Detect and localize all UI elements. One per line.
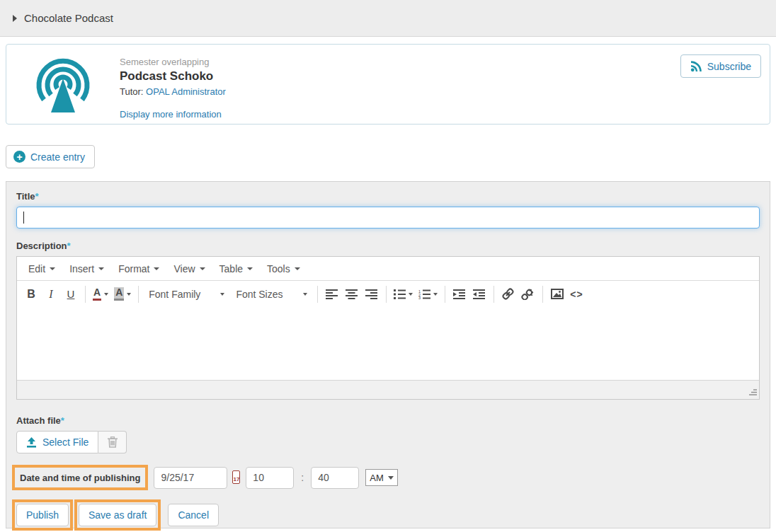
podcast-supertitle: Semester overlapping <box>120 57 226 67</box>
title-input-wrap <box>16 207 760 229</box>
menu-insert[interactable]: Insert <box>62 259 111 279</box>
publish-button-highlight: Publish <box>12 499 73 531</box>
menu-view[interactable]: View <box>166 259 212 279</box>
toolbar-separator <box>317 286 318 303</box>
upload-icon <box>26 437 37 448</box>
display-more-info-link[interactable]: Display more information <box>120 109 222 120</box>
title-input[interactable] <box>16 207 760 229</box>
attach-required-mark: * <box>61 415 64 426</box>
font-family-select[interactable]: Font Family <box>143 284 230 304</box>
background-color-button[interactable]: A <box>111 284 134 304</box>
align-left-icon <box>326 289 338 299</box>
delete-file-button[interactable] <box>98 431 127 453</box>
publish-button[interactable]: Publish <box>16 504 69 526</box>
chevron-down-icon <box>295 267 300 270</box>
breadcrumb-bar: Chocolate Podcast <box>0 0 776 37</box>
text-caret <box>23 212 24 224</box>
toolbar-separator <box>138 286 139 303</box>
text-color-button[interactable]: A <box>90 284 111 304</box>
save-as-draft-button[interactable]: Save as draft <box>79 504 157 526</box>
editor-menubar: Edit Insert Format View Table Tools <box>17 257 759 280</box>
font-sizes-select[interactable]: Font Sizes <box>230 284 312 304</box>
align-right-icon <box>365 289 377 299</box>
meridiem-select[interactable]: AM <box>365 469 398 486</box>
menu-insert-label: Insert <box>69 263 94 274</box>
align-center-button[interactable] <box>342 284 362 304</box>
publish-datetime-row: Date and time of publishing 17 : AM <box>16 465 760 490</box>
insert-image-button[interactable] <box>547 284 567 304</box>
chevron-down-icon <box>200 267 205 270</box>
description-field-label: Description* <box>16 241 760 251</box>
menu-edit[interactable]: Edit <box>21 259 62 279</box>
trash-icon <box>108 436 118 448</box>
chevron-down-icon <box>303 293 307 296</box>
podcast-icon-wrap <box>6 45 120 124</box>
tutor-label: Tutor: <box>120 86 143 97</box>
chevron-down-icon <box>98 267 104 270</box>
calendar-picker-button[interactable]: 17 <box>232 471 240 484</box>
collapse-triangle-icon[interactable] <box>13 15 17 22</box>
broadcast-icon <box>32 53 94 115</box>
font-sizes-label: Font Sizes <box>236 289 283 300</box>
menu-tools[interactable]: Tools <box>260 259 307 279</box>
title-field-label: Title* <box>16 191 760 202</box>
datetime-label-highlight: Date and time of publishing <box>12 465 148 490</box>
subscribe-button[interactable]: Subscribe <box>680 54 761 78</box>
source-code-button[interactable]: <> <box>567 284 587 304</box>
publish-date-input[interactable] <box>154 467 227 489</box>
unlink-icon <box>521 288 535 300</box>
resize-handle[interactable] <box>748 388 757 397</box>
richtext-editor: Edit Insert Format View Table Tools B I … <box>16 256 760 400</box>
calendar-icon-day: 17 <box>233 476 239 482</box>
text-color-icon: A <box>93 287 101 300</box>
editor-statusbar <box>17 380 759 399</box>
chevron-down-icon <box>388 476 394 480</box>
podcast-meta: Semester overlapping Podcast Schoko Tuto… <box>120 45 226 124</box>
outdent-icon <box>473 289 485 299</box>
create-entry-button[interactable]: + Create entry <box>6 145 95 168</box>
tutor-name-link[interactable]: OPAL Administrator <box>146 86 226 97</box>
outdent-button[interactable] <box>469 284 489 304</box>
link-icon <box>502 288 514 300</box>
bold-button[interactable]: B <box>21 284 41 304</box>
indent-button[interactable] <box>450 284 469 304</box>
toolbar-separator <box>493 286 494 303</box>
menu-format[interactable]: Format <box>111 259 166 279</box>
chevron-down-icon <box>433 293 438 296</box>
create-entry-label: Create entry <box>30 151 85 163</box>
publish-hour-input[interactable] <box>246 467 294 489</box>
plus-circle-icon: + <box>13 151 25 163</box>
numbered-list-icon: 123 <box>418 289 430 299</box>
underline-button[interactable]: U <box>61 284 81 304</box>
tutor-line: Tutor: OPAL Administrator <box>120 86 226 97</box>
italic-button[interactable]: I <box>41 284 61 304</box>
podcast-info-card: Semester overlapping Podcast Schoko Tuto… <box>6 44 770 125</box>
numbered-list-button[interactable]: 123 <box>416 284 440 304</box>
insert-link-button[interactable] <box>498 284 518 304</box>
chevron-down-icon <box>247 267 253 270</box>
cancel-button[interactable]: Cancel <box>168 504 219 526</box>
align-right-button[interactable] <box>362 284 382 304</box>
subscribe-label: Subscribe <box>707 61 751 72</box>
editor-content[interactable] <box>17 307 759 380</box>
select-file-label: Select File <box>42 436 89 448</box>
menu-table-label: Table <box>219 263 243 274</box>
page: Chocolate Podcast Semester overlapping P… <box>0 0 776 532</box>
select-file-button[interactable]: Select File <box>16 431 98 453</box>
svg-text:3: 3 <box>418 296 421 299</box>
remove-link-button[interactable] <box>518 284 538 304</box>
save-draft-button-highlight: Save as draft <box>74 499 161 531</box>
menu-table[interactable]: Table <box>212 259 260 279</box>
chevron-down-icon <box>154 267 159 270</box>
indent-icon <box>453 289 465 299</box>
file-button-group: Select File <box>16 431 127 453</box>
chevron-down-icon <box>104 293 108 296</box>
publish-minute-input[interactable] <box>311 467 359 489</box>
chevron-down-icon <box>127 293 131 296</box>
description-required-mark: * <box>67 241 71 251</box>
attach-file-label: Attach file* <box>16 415 760 426</box>
attach-label-text: Attach file <box>16 415 61 426</box>
align-left-button[interactable] <box>322 284 342 304</box>
toolbar-separator <box>386 286 387 303</box>
bullet-list-button[interactable] <box>391 284 416 304</box>
